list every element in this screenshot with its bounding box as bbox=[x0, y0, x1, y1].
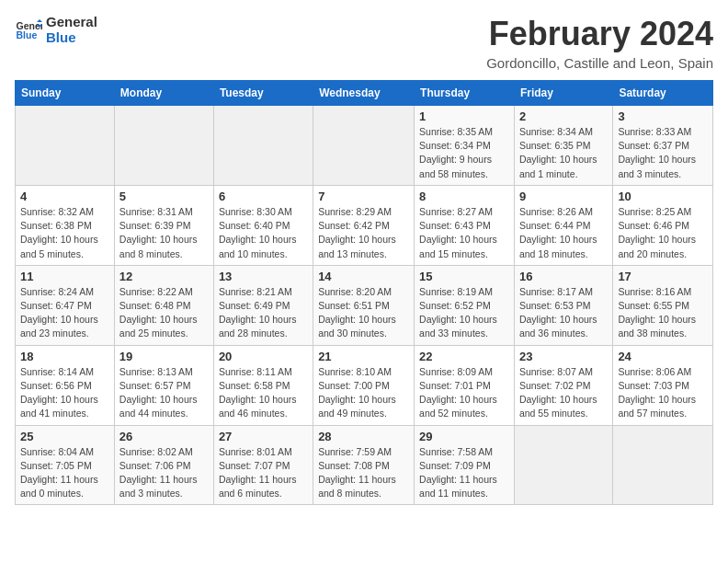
calendar-cell: 15Sunrise: 8:19 AM Sunset: 6:52 PM Dayli… bbox=[415, 265, 515, 345]
day-number: 24 bbox=[618, 350, 708, 363]
calendar-cell: 6Sunrise: 8:30 AM Sunset: 6:40 PM Daylig… bbox=[213, 185, 313, 265]
day-number: 6 bbox=[219, 190, 308, 203]
day-info: Sunrise: 8:04 AM Sunset: 7:05 PM Dayligh… bbox=[20, 445, 109, 501]
calendar-cell: 10Sunrise: 8:25 AM Sunset: 6:46 PM Dayli… bbox=[613, 185, 713, 265]
calendar-cell: 11Sunrise: 8:24 AM Sunset: 6:47 PM Dayli… bbox=[16, 265, 115, 345]
day-info: Sunrise: 8:29 AM Sunset: 6:42 PM Dayligh… bbox=[318, 205, 409, 261]
day-info: Sunrise: 8:01 AM Sunset: 7:07 PM Dayligh… bbox=[219, 445, 308, 501]
day-number: 25 bbox=[20, 430, 109, 443]
day-number: 9 bbox=[519, 190, 608, 203]
calendar-cell: 17Sunrise: 8:16 AM Sunset: 6:55 PM Dayli… bbox=[613, 265, 713, 345]
day-number: 22 bbox=[419, 350, 509, 363]
calendar-cell: 28Sunrise: 7:59 AM Sunset: 7:08 PM Dayli… bbox=[313, 425, 415, 505]
day-number: 29 bbox=[419, 430, 509, 443]
day-info: Sunrise: 8:02 AM Sunset: 7:06 PM Dayligh… bbox=[119, 445, 209, 501]
day-number: 3 bbox=[618, 109, 708, 123]
day-number: 7 bbox=[318, 190, 409, 203]
day-number: 18 bbox=[20, 350, 109, 363]
day-number: 12 bbox=[119, 270, 209, 283]
calendar-week-row: 1Sunrise: 8:35 AM Sunset: 6:34 PM Daylig… bbox=[16, 106, 713, 186]
weekday-header-row: SundayMondayTuesdayWednesdayThursdayFrid… bbox=[16, 81, 713, 106]
day-info: Sunrise: 8:24 AM Sunset: 6:47 PM Dayligh… bbox=[20, 285, 109, 341]
day-number: 21 bbox=[318, 350, 409, 363]
calendar-cell: 7Sunrise: 8:29 AM Sunset: 6:42 PM Daylig… bbox=[313, 185, 415, 265]
day-number: 20 bbox=[219, 350, 308, 363]
day-number: 8 bbox=[419, 190, 509, 203]
day-info: Sunrise: 8:19 AM Sunset: 6:52 PM Dayligh… bbox=[419, 285, 509, 341]
weekday-header: Wednesday bbox=[313, 81, 415, 106]
calendar-cell bbox=[514, 425, 612, 505]
calendar-cell bbox=[313, 106, 415, 186]
calendar-cell: 13Sunrise: 8:21 AM Sunset: 6:49 PM Dayli… bbox=[213, 265, 313, 345]
calendar-cell bbox=[114, 106, 213, 186]
calendar-cell: 29Sunrise: 7:58 AM Sunset: 7:09 PM Dayli… bbox=[415, 425, 515, 505]
calendar-cell: 16Sunrise: 8:17 AM Sunset: 6:53 PM Dayli… bbox=[514, 265, 612, 345]
calendar-cell: 8Sunrise: 8:27 AM Sunset: 6:43 PM Daylig… bbox=[415, 185, 515, 265]
day-number: 17 bbox=[618, 270, 708, 283]
calendar-cell: 9Sunrise: 8:26 AM Sunset: 6:44 PM Daylig… bbox=[514, 185, 612, 265]
day-info: Sunrise: 8:10 AM Sunset: 7:00 PM Dayligh… bbox=[318, 365, 409, 421]
location-subtitle: Gordoncillo, Castille and Leon, Spain bbox=[486, 55, 713, 71]
day-info: Sunrise: 7:59 AM Sunset: 7:08 PM Dayligh… bbox=[318, 445, 409, 501]
calendar-week-row: 25Sunrise: 8:04 AM Sunset: 7:05 PM Dayli… bbox=[16, 425, 713, 505]
day-number: 1 bbox=[419, 109, 509, 123]
month-title: February 2024 bbox=[486, 15, 713, 53]
day-info: Sunrise: 8:13 AM Sunset: 6:57 PM Dayligh… bbox=[119, 365, 209, 421]
svg-text:Blue: Blue bbox=[17, 29, 38, 40]
day-info: Sunrise: 8:32 AM Sunset: 6:38 PM Dayligh… bbox=[20, 205, 109, 261]
calendar-cell: 18Sunrise: 8:14 AM Sunset: 6:56 PM Dayli… bbox=[16, 345, 115, 425]
day-number: 28 bbox=[318, 430, 409, 443]
logo: General Blue General Blue bbox=[15, 15, 97, 45]
calendar-cell: 20Sunrise: 8:11 AM Sunset: 6:58 PM Dayli… bbox=[213, 345, 313, 425]
calendar-cell: 21Sunrise: 8:10 AM Sunset: 7:00 PM Dayli… bbox=[313, 345, 415, 425]
day-info: Sunrise: 8:35 AM Sunset: 6:34 PM Dayligh… bbox=[419, 125, 509, 181]
day-info: Sunrise: 8:20 AM Sunset: 6:51 PM Dayligh… bbox=[318, 285, 409, 341]
day-number: 26 bbox=[119, 430, 209, 443]
calendar-cell: 12Sunrise: 8:22 AM Sunset: 6:48 PM Dayli… bbox=[114, 265, 213, 345]
page-header: General Blue General Blue February 2024 … bbox=[15, 15, 713, 71]
day-info: Sunrise: 8:07 AM Sunset: 7:02 PM Dayligh… bbox=[519, 365, 608, 421]
calendar-cell: 23Sunrise: 8:07 AM Sunset: 7:02 PM Dayli… bbox=[514, 345, 612, 425]
calendar-week-row: 4Sunrise: 8:32 AM Sunset: 6:38 PM Daylig… bbox=[16, 185, 713, 265]
calendar-cell bbox=[613, 425, 713, 505]
calendar-cell: 2Sunrise: 8:34 AM Sunset: 6:35 PM Daylig… bbox=[514, 106, 612, 186]
calendar-week-row: 18Sunrise: 8:14 AM Sunset: 6:56 PM Dayli… bbox=[16, 345, 713, 425]
day-info: Sunrise: 8:31 AM Sunset: 6:39 PM Dayligh… bbox=[119, 205, 209, 261]
day-info: Sunrise: 8:25 AM Sunset: 6:46 PM Dayligh… bbox=[618, 205, 708, 261]
calendar-cell: 22Sunrise: 8:09 AM Sunset: 7:01 PM Dayli… bbox=[415, 345, 515, 425]
calendar-cell: 3Sunrise: 8:33 AM Sunset: 6:37 PM Daylig… bbox=[613, 106, 713, 186]
calendar-cell bbox=[16, 106, 115, 186]
weekday-header: Monday bbox=[114, 81, 213, 106]
day-number: 14 bbox=[318, 270, 409, 283]
calendar-cell: 4Sunrise: 8:32 AM Sunset: 6:38 PM Daylig… bbox=[16, 185, 115, 265]
calendar-week-row: 11Sunrise: 8:24 AM Sunset: 6:47 PM Dayli… bbox=[16, 265, 713, 345]
calendar-cell: 25Sunrise: 8:04 AM Sunset: 7:05 PM Dayli… bbox=[16, 425, 115, 505]
day-info: Sunrise: 8:16 AM Sunset: 6:55 PM Dayligh… bbox=[618, 285, 708, 341]
calendar-cell: 19Sunrise: 8:13 AM Sunset: 6:57 PM Dayli… bbox=[114, 345, 213, 425]
calendar-cell: 26Sunrise: 8:02 AM Sunset: 7:06 PM Dayli… bbox=[114, 425, 213, 505]
day-info: Sunrise: 7:58 AM Sunset: 7:09 PM Dayligh… bbox=[419, 445, 509, 501]
calendar-table: SundayMondayTuesdayWednesdayThursdayFrid… bbox=[15, 80, 713, 505]
calendar-cell: 27Sunrise: 8:01 AM Sunset: 7:07 PM Dayli… bbox=[213, 425, 313, 505]
day-info: Sunrise: 8:21 AM Sunset: 6:49 PM Dayligh… bbox=[219, 285, 308, 341]
weekday-header: Sunday bbox=[16, 81, 115, 106]
day-info: Sunrise: 8:17 AM Sunset: 6:53 PM Dayligh… bbox=[519, 285, 608, 341]
weekday-header: Thursday bbox=[415, 81, 515, 106]
calendar-cell: 5Sunrise: 8:31 AM Sunset: 6:39 PM Daylig… bbox=[114, 185, 213, 265]
day-info: Sunrise: 8:11 AM Sunset: 6:58 PM Dayligh… bbox=[219, 365, 308, 421]
weekday-header: Friday bbox=[514, 81, 612, 106]
title-block: February 2024 Gordoncillo, Castille and … bbox=[486, 15, 713, 71]
calendar-cell: 1Sunrise: 8:35 AM Sunset: 6:34 PM Daylig… bbox=[415, 106, 515, 186]
day-info: Sunrise: 8:34 AM Sunset: 6:35 PM Dayligh… bbox=[519, 125, 608, 181]
day-number: 19 bbox=[119, 350, 209, 363]
day-info: Sunrise: 8:30 AM Sunset: 6:40 PM Dayligh… bbox=[219, 205, 308, 261]
day-number: 10 bbox=[618, 190, 708, 203]
day-info: Sunrise: 8:22 AM Sunset: 6:48 PM Dayligh… bbox=[119, 285, 209, 341]
weekday-header: Tuesday bbox=[213, 81, 313, 106]
weekday-header: Saturday bbox=[613, 81, 713, 106]
day-number: 2 bbox=[519, 109, 608, 123]
day-info: Sunrise: 8:14 AM Sunset: 6:56 PM Dayligh… bbox=[20, 365, 109, 421]
day-number: 23 bbox=[519, 350, 608, 363]
day-info: Sunrise: 8:33 AM Sunset: 6:37 PM Dayligh… bbox=[618, 125, 708, 181]
day-number: 27 bbox=[219, 430, 308, 443]
